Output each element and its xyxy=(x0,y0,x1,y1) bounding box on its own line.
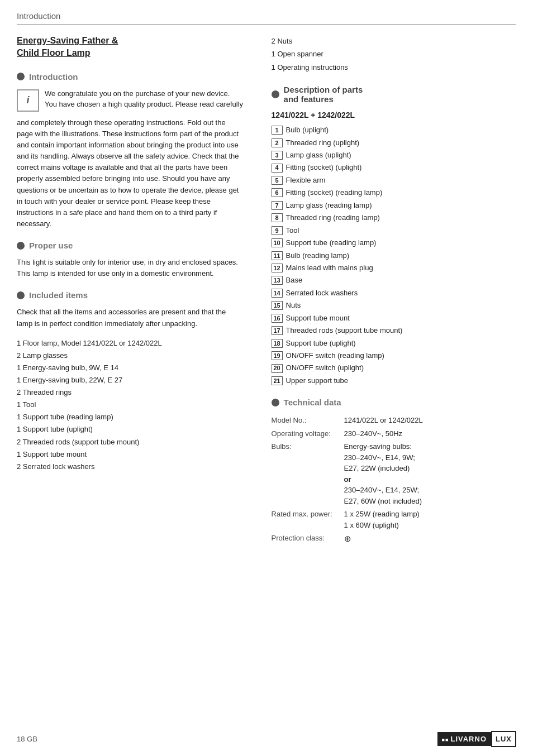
parts-list-item: 11Bulb (reading lamp) xyxy=(272,250,516,261)
description-heading: Description of parts and features xyxy=(272,85,516,104)
proper-use-body: This light is suitable only for interior… xyxy=(17,257,244,279)
part-label: Threaded rods (support tube mount) xyxy=(286,324,403,336)
table-row: Bulbs:Energy-saving bulbs:230–240V~, E14… xyxy=(272,440,516,508)
proper-use-bullet xyxy=(17,242,25,250)
part-number: 10 xyxy=(272,238,283,247)
parts-list-item: 17Threaded rods (support tube mount) xyxy=(272,324,516,336)
parts-list-item: 16Support tube mount xyxy=(272,312,516,324)
part-number: 16 xyxy=(272,314,283,323)
left-column: Energy-Saving Father & Child Floor Lamp … xyxy=(17,35,260,558)
table-row: Model No.:1241/022L or 1242/022L xyxy=(272,414,516,427)
included-items-section: Included items Check that all the items … xyxy=(17,290,244,472)
part-number: 13 xyxy=(272,276,283,285)
part-label: Lamp glass (reading lamp) xyxy=(286,199,372,211)
parts-list-item: 5Flexible arm xyxy=(272,174,516,186)
intro-short-text: We congratulate you on the purchase of y… xyxy=(45,88,244,112)
tech-value: 1 x 25W (reading lamp)1 x 60W (uplight) xyxy=(344,508,516,532)
part-label: Threaded ring (reading lamp) xyxy=(286,212,380,223)
page: Introduction Energy-Saving Father & Chil… xyxy=(0,0,533,756)
part-number: 11 xyxy=(272,251,283,260)
parts-list-item: 20ON/OFF switch (uplight) xyxy=(272,362,516,374)
list-item: 1 Tool xyxy=(17,399,244,411)
part-label: Tool xyxy=(286,224,299,236)
description-bullet xyxy=(272,90,279,98)
part-number: 6 xyxy=(272,188,283,197)
introduction-bullet xyxy=(17,73,25,80)
list-item: 1 Support tube (reading lamp) xyxy=(17,411,244,423)
parts-list-item: 8Threaded ring (reading lamp) xyxy=(272,212,516,223)
included-items-heading: Included items xyxy=(17,290,244,300)
part-label: Serrated lock washers xyxy=(286,287,358,299)
continued-items-list: 2 Nuts1 Open spanner1 Operating instruct… xyxy=(272,35,516,74)
tech-value: ⊕ xyxy=(344,532,516,547)
introduction-section: Introduction i We congratulate you on th… xyxy=(17,72,244,229)
protection-class-symbol: ⊕ xyxy=(344,534,351,543)
included-items-body: Check that all the items and accessories… xyxy=(17,307,244,329)
right-column: 2 Nuts1 Open spanner1 Operating instruct… xyxy=(260,35,516,558)
part-number: 14 xyxy=(272,289,283,298)
parts-model-label: 1241/022L + 1242/022L xyxy=(272,111,516,119)
logo-livarno: ■■LIVARNO xyxy=(437,732,491,746)
tech-label: Model No.: xyxy=(272,414,344,427)
list-item: 1 Support tube (uplight) xyxy=(17,423,244,436)
tech-label: Bulbs: xyxy=(272,440,344,508)
info-icon: i xyxy=(17,89,39,112)
technical-table: Model No.:1241/022L or 1242/022LOperatin… xyxy=(272,414,516,547)
part-label: Flexible arm xyxy=(286,174,326,186)
page-header: Introduction xyxy=(17,11,516,25)
description-section: Description of parts and features 1241/0… xyxy=(272,85,516,386)
tech-value: Energy-saving bulbs:230–240V~, E14, 9W;E… xyxy=(344,440,516,508)
footer-page-number: 18 GB xyxy=(17,735,37,743)
parts-list-item: 1Bulb (uplight) xyxy=(272,124,516,136)
parts-list-item: 15Nuts xyxy=(272,299,516,311)
list-item: 2 Lamp glasses xyxy=(17,350,244,362)
part-label: ON/OFF switch (reading lamp) xyxy=(286,350,384,361)
part-label: Base xyxy=(286,274,303,286)
part-label: Fitting (socket) (uplight) xyxy=(286,161,362,173)
part-label: Bulb (reading lamp) xyxy=(286,250,349,261)
table-row: Operating voltage:230–240V~, 50Hz xyxy=(272,427,516,441)
part-number: 20 xyxy=(272,364,283,373)
header-title: Introduction xyxy=(17,11,60,21)
part-label: Threaded ring (uplight) xyxy=(286,137,360,149)
technical-data-section: Technical data Model No.:1241/022L or 12… xyxy=(272,398,516,547)
part-number: 4 xyxy=(272,164,283,173)
parts-list-item: 4Fitting (socket) (uplight) xyxy=(272,161,516,173)
parts-list-item: 13Base xyxy=(272,274,516,286)
list-item: 2 Serrated lock washers xyxy=(17,461,244,473)
part-number: 9 xyxy=(272,226,283,235)
technical-data-heading: Technical data xyxy=(272,398,516,407)
part-label: Upper support tube xyxy=(286,375,348,386)
part-number: 15 xyxy=(272,301,283,310)
part-number: 3 xyxy=(272,151,283,160)
part-number: 18 xyxy=(272,339,283,348)
list-item: 1 Energy-saving bulb, 9W, E 14 xyxy=(17,362,244,374)
part-number: 21 xyxy=(272,376,283,385)
included-items-list: 1 Floor lamp, Model 1241/022L or 1242/02… xyxy=(17,337,244,473)
tech-label: Operating voltage: xyxy=(272,427,344,441)
parts-list-item: 7Lamp glass (reading lamp) xyxy=(272,199,516,211)
logo-lux: LUX xyxy=(491,731,516,747)
part-number: 12 xyxy=(272,264,283,272)
part-label: ON/OFF switch (uplight) xyxy=(286,362,364,374)
parts-list-item: 12Mains lead with mains plug xyxy=(272,262,516,274)
part-number: 1 xyxy=(272,126,283,135)
part-number: 7 xyxy=(272,201,283,210)
parts-list-item: 9Tool xyxy=(272,224,516,236)
tech-value: 1241/022L or 1242/022L xyxy=(344,414,516,427)
part-number: 2 xyxy=(272,138,283,147)
tech-value: 230–240V~, 50Hz xyxy=(344,427,516,441)
introduction-body: and completely through these operating i… xyxy=(17,117,244,229)
table-row: Rated max. power:1 x 25W (reading lamp)1… xyxy=(272,508,516,532)
introduction-heading: Introduction xyxy=(17,72,244,82)
tech-label: Rated max. power: xyxy=(272,508,344,532)
part-number: 19 xyxy=(272,351,283,360)
list-item: 2 Nuts xyxy=(272,35,516,47)
footer: 18 GB ■■LIVARNO LUX xyxy=(17,731,516,747)
part-label: Lamp glass (uplight) xyxy=(286,149,351,161)
product-title: Energy-Saving Father & Child Floor Lamp xyxy=(17,35,244,60)
parts-list-item: 18Support tube (uplight) xyxy=(272,337,516,349)
part-label: Support tube mount xyxy=(286,312,350,324)
list-item: 1 Open spanner xyxy=(272,47,516,60)
parts-list-item: 21Upper support tube xyxy=(272,375,516,386)
